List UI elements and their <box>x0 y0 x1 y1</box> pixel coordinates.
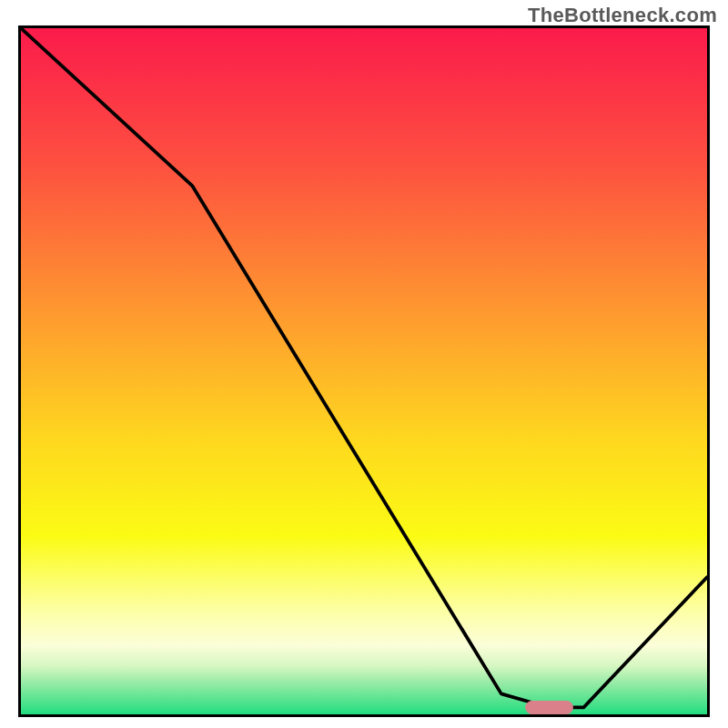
plot-frame <box>18 25 710 717</box>
bottleneck-curve <box>21 28 707 707</box>
optimal-marker <box>525 701 573 714</box>
chart-curve-layer <box>21 28 707 714</box>
watermark-text: TheBottleneck.com <box>528 4 717 27</box>
